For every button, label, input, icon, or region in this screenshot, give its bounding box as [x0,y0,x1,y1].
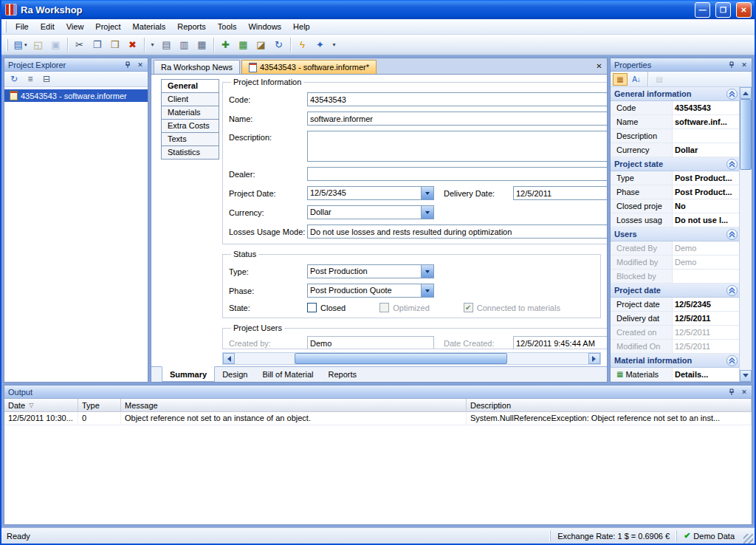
tab-design[interactable]: Design [215,367,255,381]
cut-icon[interactable]: ✂ [71,37,88,53]
property-group-project-date[interactable]: Project date [611,284,739,298]
property-row[interactable]: Blocked by [611,270,739,284]
scroll-right-icon[interactable] [588,353,600,364]
property-value[interactable]: Demo [673,241,739,255]
side-tab-extra-costs[interactable]: Extra Costs [161,119,219,133]
statistics-icon[interactable]: ✦ [312,37,329,53]
collapse-group-icon[interactable] [726,89,738,100]
output-column-type[interactable]: Type [78,399,121,411]
currency-combo[interactable]: Dollar [307,205,434,219]
refresh-icon[interactable]: ↻ [7,73,21,86]
output-column-date[interactable]: Date▽ [4,399,78,411]
output-column-description[interactable]: Description [467,399,752,411]
optimize-icon[interactable]: ϟ [294,37,311,53]
menu-item-project[interactable]: Project [89,19,126,35]
report-icon[interactable]: ▤ [158,37,175,53]
scroll-thumb[interactable] [295,353,506,364]
scroll-thumb[interactable] [740,99,752,170]
property-value[interactable]: Demo [673,256,739,269]
property-value[interactable]: Dollar [673,143,739,157]
pin-icon[interactable] [726,60,737,70]
tab-project-document[interactable]: 43543543 - software.informer* [241,60,377,74]
menu-item-materials[interactable]: Materials [127,19,172,35]
paste-icon[interactable]: ❒ [106,37,123,53]
property-row[interactable]: Modified On12/5/2011 [611,340,739,354]
dropdown-icon[interactable] [421,206,433,219]
collapse-group-icon[interactable] [726,159,738,170]
menu-item-tools[interactable]: Tools [212,19,243,35]
property-value[interactable]: Post Product... [673,171,739,185]
view-tree-icon[interactable]: ⊟ [39,73,54,86]
property-value[interactable]: 12/5/2345 [673,298,739,311]
losses-usage-input[interactable] [307,224,607,239]
property-row[interactable]: Losses usagDo not use l... [611,213,739,227]
project-date-combo[interactable]: 12/5/2345 [307,186,434,200]
pin-icon[interactable] [123,60,133,70]
property-row[interactable]: ▦MaterialsDetails... [611,368,739,382]
name-input[interactable] [307,112,607,126]
dropdown-icon[interactable] [421,265,433,278]
tab-ra-workshop-news[interactable]: Ra Workshop News [154,60,240,74]
property-row[interactable]: Closed projeNo [611,199,739,213]
side-tab-statistics[interactable]: Statistics [161,145,219,160]
view-list-icon[interactable]: ≡ [23,73,38,86]
scroll-up-icon[interactable] [740,87,752,99]
delete-icon[interactable]: ✖ [124,37,141,53]
menu-item-windows[interactable]: Windows [242,19,287,35]
property-row[interactable]: Modified byDemo [611,256,739,270]
side-tab-texts[interactable]: Texts [161,132,219,146]
new-project-icon[interactable]: ▤▾ [12,37,29,53]
minimize-button[interactable]: — [695,2,710,18]
scroll-down-icon[interactable] [740,370,752,382]
collapse-group-icon[interactable] [726,355,738,366]
property-value[interactable] [673,129,739,143]
tab-summary[interactable]: Summary [162,366,215,382]
collapse-group-icon[interactable] [726,229,738,240]
close-panel-icon[interactable]: ✕ [739,60,749,70]
property-group-material-information[interactable]: Material information [611,354,739,368]
tree-item[interactable]: 43543543 - software.informer [4,89,148,102]
property-value[interactable]: No [673,199,739,213]
scroll-track[interactable] [235,353,588,364]
property-value[interactable]: Post Product... [673,185,739,199]
categorized-icon[interactable]: ▦ [613,73,628,86]
open-project-icon[interactable]: ◱ [30,37,47,53]
toolbar-options-2-icon[interactable]: ▾ [329,37,339,53]
phase-combo[interactable]: Post Production Quote [307,284,434,298]
vertical-scrollbar[interactable] [739,87,752,382]
closed-checkbox[interactable] [307,303,317,312]
delivery-date-input[interactable] [513,186,607,200]
property-value[interactable]: 12/5/2011 [673,312,739,325]
close-panel-icon[interactable]: ✕ [135,60,145,70]
property-row[interactable]: TypePost Product... [611,171,739,185]
refresh-data-icon[interactable]: ↻ [270,37,287,53]
type-combo[interactable]: Post Production [307,264,434,278]
scroll-track[interactable] [740,99,752,370]
property-row[interactable]: Created on12/5/2011 [611,326,739,340]
print-icon[interactable]: ▦ [193,37,210,53]
resize-grip-icon[interactable] [743,534,753,544]
property-row[interactable]: Project date12/5/2345 [611,298,739,312]
property-row[interactable]: Description [611,129,739,143]
property-value[interactable]: 12/5/2011 [673,326,739,339]
maximize-button[interactable]: ❐ [715,2,731,18]
property-value[interactable]: Details... [673,368,739,381]
output-row[interactable]: 12/5/2011 10:30...0Object reference not … [4,412,752,425]
toolbar-options-icon[interactable]: ▾ [148,37,157,53]
property-group-general-information[interactable]: General information [611,87,739,101]
menu-item-view[interactable]: View [61,19,90,35]
code-input[interactable] [307,92,607,106]
side-tab-materials[interactable]: Materials [161,106,219,120]
scroll-left-icon[interactable] [223,353,235,364]
tab-bill-of-material[interactable]: Bill of Material [255,367,320,381]
menu-item-edit[interactable]: Edit [35,19,61,35]
side-tab-client[interactable]: Client [161,92,219,106]
property-value[interactable] [673,270,739,283]
collapse-group-icon[interactable] [726,285,738,296]
menu-item-help[interactable]: Help [287,19,316,35]
dealer-input[interactable] [307,167,607,181]
sort-az-icon[interactable]: A↓ [629,73,644,86]
add-material-icon[interactable]: ✚ [217,37,234,53]
menu-item-reports[interactable]: Reports [171,19,212,35]
extra-costs-icon[interactable]: ◪ [252,37,269,53]
